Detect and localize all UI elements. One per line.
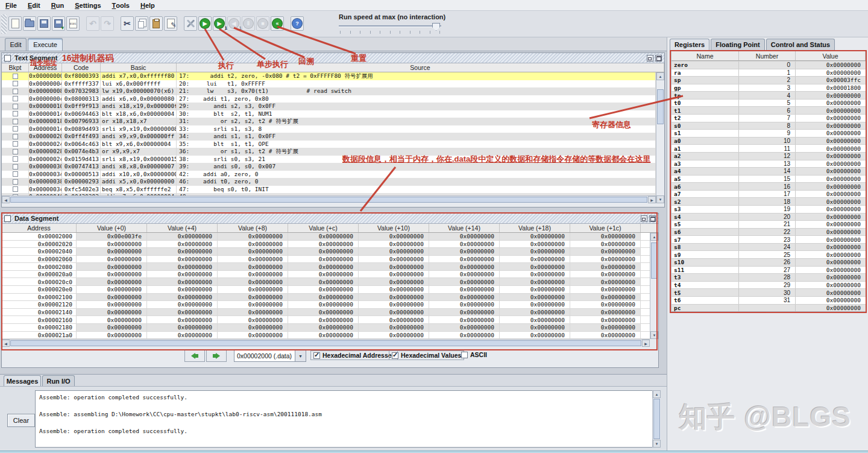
value-cell[interactable]: 0x00000000 <box>147 316 218 323</box>
value-cell[interactable]: 0x00000000 <box>147 271 218 278</box>
breakpoint-checkbox[interactable] <box>13 104 18 109</box>
register-value[interactable]: 0x00000000 <box>796 236 866 243</box>
menu-file[interactable]: File <box>0 0 22 10</box>
menu-settings[interactable]: Settings <box>69 0 106 10</box>
value-cell[interactable]: 0x00000000 <box>77 332 147 339</box>
value-cell[interactable]: 0x00000000 <box>288 309 359 316</box>
value-cell[interactable]: 0x00000000 <box>288 248 359 255</box>
value-cell[interactable]: 0x00000000 <box>570 256 641 263</box>
value-cell[interactable]: 0x00000000 <box>218 248 288 255</box>
value-cell[interactable]: 0x00000000 <box>77 324 147 331</box>
value-cell[interactable]: 0x00000000 <box>500 248 570 255</box>
slider-thumb[interactable] <box>432 23 440 31</box>
value-cell[interactable]: 0x00000000 <box>429 309 500 316</box>
ts-column-basic[interactable]: Basic <box>101 63 177 72</box>
ts-column-source[interactable]: Source <box>177 63 664 72</box>
messages-text-area[interactable]: Assemble: operation completed successful… <box>35 390 661 448</box>
scrollbar-thumb[interactable] <box>651 242 658 279</box>
value-cell[interactable]: 0x00000000 <box>218 332 288 339</box>
value-cell[interactable]: 0x00000000 <box>570 309 641 316</box>
value-cell[interactable]: 0x00000000 <box>147 286 218 293</box>
reg-column-value[interactable]: Value <box>796 51 866 60</box>
value-cell[interactable]: 0x00000000 <box>570 332 641 339</box>
register-value[interactable]: 0x00000000 <box>796 168 866 175</box>
register-value[interactable]: 0x00000000 <box>796 100 866 107</box>
value-cell[interactable]: 0x00000000 <box>429 301 500 308</box>
save-button[interactable] <box>37 16 51 31</box>
ds-column-value-3[interactable]: Value (+8) <box>218 224 288 232</box>
breakpoint-checkbox[interactable] <box>13 156 18 162</box>
value-cell[interactable]: 0x00000000 <box>147 256 218 263</box>
register-value[interactable]: 0x00000000 <box>796 138 866 145</box>
value-cell[interactable]: 0x00000000 <box>359 332 429 339</box>
breakpoint-checkbox[interactable] <box>13 186 18 192</box>
register-value[interactable]: 0x00000000 <box>796 229 866 236</box>
data-segment-hscrollbar[interactable]: ◀ ▶ <box>2 339 650 347</box>
value-cell[interactable]: 0x00000000 <box>500 256 570 263</box>
breakpoint-checkbox[interactable] <box>13 119 18 124</box>
value-cell[interactable]: 0x00000000 <box>218 271 288 278</box>
value-cell[interactable]: 0x00000000 <box>429 294 500 301</box>
value-cell[interactable]: 0x00000000 <box>77 278 147 285</box>
value-cell[interactable]: 0x00000000 <box>77 263 147 270</box>
value-cell[interactable]: 0x00000000 <box>77 309 147 316</box>
value-cell[interactable]: 0x00000000 <box>359 278 429 285</box>
register-value[interactable]: 0x00000000 <box>796 107 866 114</box>
register-value[interactable]: 0x00000000 <box>796 183 866 190</box>
value-cell[interactable]: 0x00000000 <box>218 294 288 301</box>
text-segment-hscrollbar[interactable]: ◀ ▶ <box>2 195 656 203</box>
reg-column-name[interactable]: Name <box>671 51 739 60</box>
register-value[interactable]: 0x00000000 <box>796 221 866 228</box>
new-file-button[interactable] <box>8 16 22 31</box>
menu-help[interactable]: Help <box>135 0 160 10</box>
value-cell[interactable]: 0x00000000 <box>359 248 429 255</box>
value-cell[interactable]: 0x00000000 <box>218 233 288 240</box>
value-cell[interactable]: 0x00000000 <box>147 301 218 308</box>
value-cell[interactable]: 0x00000000 <box>77 316 147 323</box>
prev-memory-range-button[interactable] <box>184 350 205 362</box>
value-cell[interactable]: 0x00000000 <box>359 301 429 308</box>
register-value[interactable]: 0x00000000 <box>796 191 866 198</box>
ds-column-value-6[interactable]: Value (+14) <box>429 224 500 232</box>
dump-memory-button[interactable]: 0101 <box>66 16 80 31</box>
value-cell[interactable]: 0x00000000 <box>429 256 500 263</box>
breakpoint-checkbox[interactable] <box>13 81 18 86</box>
value-cell[interactable]: 0x00000000 <box>288 301 359 308</box>
register-value[interactable]: 0x00000000 <box>796 297 866 304</box>
value-cell[interactable]: 0x00000000 <box>429 233 500 240</box>
breakpoint-checkbox[interactable] <box>13 171 18 177</box>
ds-column-value-7[interactable]: Value (+18) <box>500 224 570 232</box>
value-cell[interactable]: 0x00000000 <box>359 241 429 248</box>
value-cell[interactable]: 0x00000000 <box>429 286 500 293</box>
breakpoint-checkbox[interactable] <box>13 149 18 154</box>
memory-range-combobox[interactable]: 0x00002000 (.data) ▼ <box>234 350 306 362</box>
value-cell[interactable]: 0x00000000 <box>570 316 641 323</box>
breakpoint-checkbox[interactable] <box>13 89 18 94</box>
tab-control-and-status[interactable]: Control and Status <box>766 39 835 50</box>
value-cell[interactable]: 0x00000000 <box>288 324 359 331</box>
breakpoint-checkbox[interactable] <box>13 96 18 101</box>
tab-execute[interactable]: Execute <box>28 38 63 51</box>
breakpoint-checkbox[interactable] <box>13 111 18 116</box>
menu-tools[interactable]: Tools <box>107 0 135 10</box>
value-cell[interactable]: 0x00000000 <box>288 294 359 301</box>
value-cell[interactable]: 0x00000000 <box>359 294 429 301</box>
ds-column-value-2[interactable]: Value (+4) <box>147 224 218 232</box>
value-cell[interactable]: 0x00000000 <box>77 248 147 255</box>
value-cell[interactable]: 0x00000000 <box>429 324 500 331</box>
value-cell[interactable]: 0x00000000 <box>288 241 359 248</box>
register-value[interactable]: 0x00000000 <box>796 115 866 122</box>
reset-button[interactable]: « <box>271 16 284 31</box>
run-one-step-button[interactable]: ▶1 <box>213 16 226 31</box>
value-cell[interactable]: 0x00000000 <box>147 241 218 248</box>
value-cell[interactable]: 0x00000000 <box>500 324 570 331</box>
value-cell[interactable]: 0x00000000 <box>147 324 218 331</box>
breakpoint-checkbox[interactable] <box>13 164 18 169</box>
clear-button[interactable]: Clear <box>7 414 35 427</box>
value-cell[interactable]: 0x00000000 <box>147 294 218 301</box>
value-cell[interactable]: 0x00000000 <box>500 263 570 270</box>
value-cell[interactable]: 0x00000000 <box>570 241 641 248</box>
value-cell[interactable]: 0x00000000 <box>147 309 218 316</box>
value-cell[interactable]: 0x00000000 <box>288 271 359 278</box>
value-cell[interactable]: 0x00000000 <box>218 256 288 263</box>
